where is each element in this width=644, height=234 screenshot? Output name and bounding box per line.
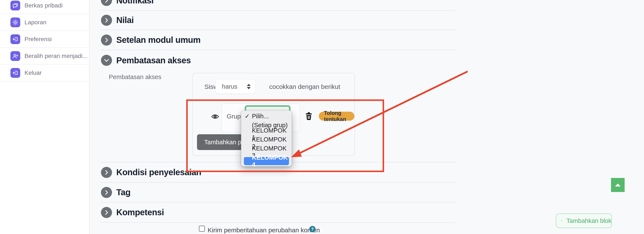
sidebar-item-label: Keluar — [24, 70, 42, 76]
section-title[interactable]: Tag — [116, 187, 130, 197]
page: Berkas pribadi Laporan — [0, 0, 644, 234]
section-header: Pembatasan akses — [100, 50, 456, 70]
sidebar-item-preferensi[interactable]: Preferensi — [0, 31, 89, 48]
chevron-right-icon[interactable] — [101, 35, 112, 46]
chevron-right-icon[interactable] — [101, 0, 112, 6]
operator-value: harus — [222, 83, 238, 90]
section-title[interactable]: Kompetensi — [116, 207, 164, 217]
chevron-right-icon[interactable] — [101, 167, 112, 178]
eye-icon[interactable] — [211, 113, 219, 121]
operator-select[interactable]: harus — [215, 79, 256, 94]
add-block-label: Tambahkan blok — [566, 217, 612, 224]
trash-icon[interactable] — [305, 112, 312, 121]
section-title[interactable]: Kondisi penyelesaian — [116, 167, 201, 177]
match-suffix-label: cocokkan dengan berikut — [269, 83, 340, 90]
chevron-right-icon[interactable] — [101, 187, 112, 198]
add-block-button[interactable]: Tambahkan blok — [556, 213, 612, 228]
dropdown-option-kelompok-4-highlighted[interactable]: KELOMPOK 4 — [244, 157, 289, 165]
section-title[interactable]: Notifikasi — [116, 0, 154, 5]
notify-checkbox-label: Kirim pemberitahuan perubahan konten — [208, 226, 320, 234]
notify-row: Kirim pemberitahuan perubahan konten ? — [100, 223, 456, 234]
help-icon[interactable]: ? — [309, 226, 316, 232]
sidebar: Berkas pribadi Laporan — [0, 0, 90, 234]
checkmark-icon: ✓ — [245, 113, 250, 120]
scroll-to-top-button[interactable] — [611, 178, 624, 192]
section-tag: Tag — [100, 183, 456, 202]
section-title[interactable]: Setelan modul umum — [116, 35, 200, 45]
section-title[interactable]: Pembatasan akses — [116, 56, 191, 65]
dropdown-option-label: KELOMPOK 4 — [252, 154, 289, 168]
sidebar-item-beralih-peran[interactable]: Beralih peran menjadi... — [0, 48, 89, 65]
sidebar-item-label: Preferensi — [24, 36, 52, 43]
chat-icon — [10, 1, 20, 11]
restriction-field-label: Pembatasan akses — [109, 74, 162, 81]
access-restriction-form: Pembatasan akses Siswa harus cocokkan de… — [100, 70, 456, 162]
user-plus-icon — [10, 51, 20, 61]
section-kompetensi: Kompetensi — [100, 202, 456, 223]
section-nilai: Nilai — [100, 11, 456, 30]
sidebar-list: Berkas pribadi Laporan — [0, 0, 89, 81]
sidebar-item-keluar[interactable]: Keluar — [0, 65, 89, 81]
chevron-right-icon[interactable] — [101, 207, 112, 218]
section-title[interactable]: Nilai — [116, 15, 134, 25]
plus-icon — [561, 217, 563, 224]
settings-form: Notifikasi Nilai Setelan modul umum — [100, 0, 456, 234]
sidebar-item-label: Beralih peran menjadi... — [24, 53, 88, 60]
group-type-label: Grup — [226, 113, 241, 120]
chevron-down-icon[interactable] — [101, 55, 112, 66]
dropdown-option-pilih[interactable]: ✓ Pilih... — [241, 112, 292, 121]
exit-icon — [10, 68, 20, 78]
group-dropdown: ✓ Pilih... (Setiap grup) KELOMPOK 1 KELO… — [241, 110, 292, 166]
gear-icon — [10, 18, 20, 27]
select-stepper-icon — [247, 84, 251, 89]
notify-checkbox[interactable] — [199, 226, 205, 232]
sidebar-item-berkas-pribadi[interactable]: Berkas pribadi — [0, 0, 89, 14]
section-notifikasi: Notifikasi — [100, 0, 456, 11]
status-badge: Tolong tentukan — [319, 112, 354, 121]
section-setelan-modul-umum: Setelan modul umum — [100, 30, 456, 50]
chevron-right-icon[interactable] — [101, 15, 112, 26]
up-triangle-icon — [615, 183, 620, 186]
exit-icon — [10, 34, 20, 44]
section-pembatasan-akses: Pembatasan akses Pembatasan akses Siswa … — [100, 50, 456, 162]
sidebar-item-label: Berkas pribadi — [24, 2, 62, 9]
sidebar-item-label: Laporan — [24, 19, 46, 26]
dropdown-option-label: Pilih... — [252, 113, 269, 120]
add-restriction-label: Tambahkan pe — [204, 139, 245, 146]
sidebar-item-laporan[interactable]: Laporan — [0, 14, 89, 31]
restriction-panel: Siswa harus cocokkan dengan berikut — [192, 73, 355, 156]
